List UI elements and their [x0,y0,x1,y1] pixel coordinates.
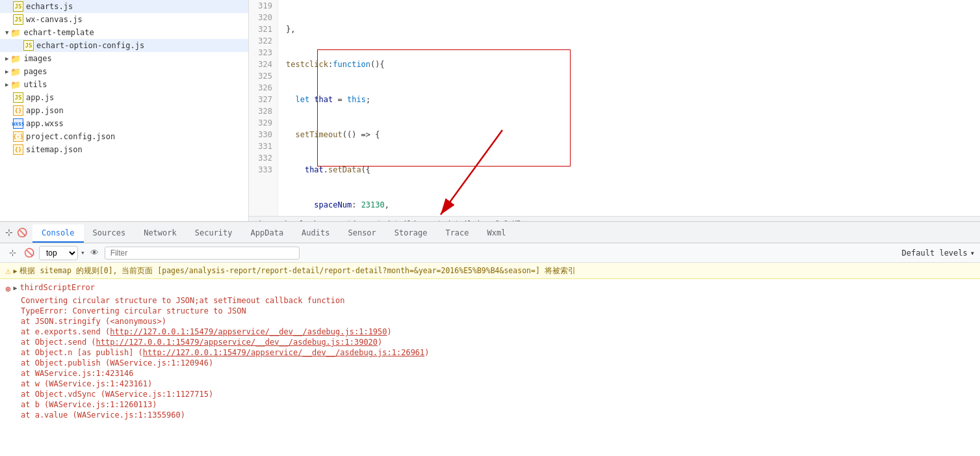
json-icon: {} [13,144,23,155]
code-line-323: that.setData({ [286,164,972,176]
file-label: sitemap.json [26,145,83,154]
folder-arrow: ▶ [5,68,8,75]
chevron-down-icon: ▾ [970,248,975,258]
file-tree-item-images[interactable]: ▶ 📁 images [0,52,248,65]
stack-link-2[interactable]: http://127.0.0.1:15479/appservice/__dev_… [96,338,378,347]
tab-security[interactable]: Security [186,224,242,243]
file-tree-item-app-js[interactable]: JS app.js [0,91,248,104]
stack-line-6: at w (WAService.js:1:423161) [5,379,975,389]
expand-arrow[interactable]: ▶ [13,267,17,275]
code-line-319: }, [286,23,972,35]
error-block: ⊗ ▶ thirdScriptError Converting circular… [0,279,980,425]
tab-icons: ⊹ 🚫 [0,223,32,243]
json-icon: {·} [13,131,23,142]
file-label: images [23,54,51,63]
stack-link-3[interactable]: http://127.0.0.1:15479/appservice/__dev_… [143,348,424,357]
tab-wxml[interactable]: Wxml [478,224,515,243]
error-expand-arrow[interactable]: ▶ [13,284,17,291]
tab-sensor[interactable]: Sensor [339,224,385,243]
file-tree-item-utils[interactable]: ▶ 📁 utils [0,78,248,91]
file-tree-item-wx-canvas[interactable]: JS wx-canvas.js [0,13,248,26]
file-label: wx-canvas.js [26,15,83,24]
file-label: app.json [26,106,64,115]
stack-line-3: at Object.n [as publish] (http://127.0.0… [5,347,975,358]
tab-storage[interactable]: Storage [385,224,437,243]
warning-row: ⚠ ▶ 根据 sitemap 的规则[0], 当前页面 [pages/analy… [0,263,980,279]
folder-icon: 📁 [10,66,21,77]
ban-toolbar-btn[interactable]: 🚫 [22,246,36,260]
error-icon: ⊗ [5,284,10,294]
file-label: project.config.json [26,132,115,141]
console-toolbar: ⊹ 🚫 top ▾ 👁 Default levels ▾ [0,243,980,263]
stack-line-8: at b (WAService.js:1:1260113) [5,399,975,410]
line-numbers: 319 320 321 322 323 324 325 326 327 328 … [249,0,278,221]
file-tree-item-project-config[interactable]: {·} project.config.json [0,130,248,143]
code-editor: 319 320 321 322 323 324 325 326 327 328 … [249,0,980,221]
warning-text: 根据 sitemap 的规则[0], 当前页面 [pages/analysis-… [19,266,575,276]
tab-appdata[interactable]: AppData [242,224,293,243]
tab-audits[interactable]: Audits [292,224,339,243]
stack-line-1: at e.exports.send (http://127.0.0.1:1547… [5,327,975,337]
eye-toolbar-btn[interactable]: 👁 [88,246,102,260]
tab-sources[interactable]: Sources [84,224,135,243]
tab-console[interactable]: Console [32,224,84,243]
code-line-324: spaceNum: 23130, [286,199,972,211]
js-icon: JS [13,1,23,12]
file-label: app.js [26,93,54,102]
console-area: ⚠ ▶ 根据 sitemap 的规则[0], 当前页面 [pages/analy… [0,263,980,456]
error-header: ⊗ ▶ thirdScriptError [5,283,975,294]
code-content[interactable]: }, testclick:function(){ let that = this… [278,0,980,221]
chevron-down-icon: ▾ [81,248,85,257]
folder-arrow: ▼ [5,29,8,36]
stack-line-4: at Object.publish (WAService.js:1:120946… [5,358,975,368]
folder-icon: 📁 [10,27,21,38]
tab-bar: ⊹ 🚫 Console Sources Network Security App… [0,221,980,243]
code-line-321: let that = this; [286,94,972,105]
stack-line-7: at Object.vdSync (WAService.js:1:1127715… [5,389,975,399]
file-label: echart-template [23,28,94,37]
context-select[interactable]: top [39,246,78,260]
error-title: thirdScriptError [19,283,95,292]
file-label: utils [23,80,47,89]
js-icon: JS [23,40,34,51]
filter-input[interactable] [105,247,300,260]
file-tree-item-app-json[interactable]: {} app.json [0,104,248,117]
folder-arrow: ▶ [5,81,8,88]
json-icon: {} [13,105,23,116]
code-line-322: setTimeout(() => { [286,129,972,141]
warning-icon: ⚠ [5,265,10,276]
cursor-toolbar-btn[interactable]: ⊹ [5,246,19,260]
file-label: pages [23,67,47,76]
tab-network[interactable]: Network [135,224,186,243]
file-tree-item-pages[interactable]: ▶ 📁 pages [0,65,248,78]
wxss-icon: wxss [13,118,23,129]
stack-line-5: at WAService.js:1:423146 [5,368,975,379]
ban-icon[interactable]: 🚫 [17,228,27,237]
code-line-320: testclick:function(){ [286,59,972,70]
file-label: app.wxss [26,119,64,128]
file-tree-item-app-wxss[interactable]: wxss app.wxss [0,117,248,130]
stack-line-0: at JSON.stringify (<anonymous>) [5,316,975,327]
code-area: 319 320 321 322 323 324 325 326 327 328 … [249,0,980,221]
folder-icon: 📁 [10,79,21,90]
folder-arrow: ▶ [5,55,8,62]
error-line-0: Converting circular structure to JSON;at… [5,295,975,306]
cursor-icon[interactable]: ⊹ [5,227,13,237]
file-label: echarts.js [26,2,73,11]
stack-line-9: at a.value (WAService.js:1:1355960) [5,410,975,420]
file-tree-item-sitemap[interactable]: {} sitemap.json [0,143,248,156]
stack-link-1[interactable]: http://127.0.0.1:15479/appservice/__dev_… [110,327,387,336]
folder-icon: 📁 [10,53,21,64]
error-line-1: TypeError: Converting circular structure… [5,306,975,316]
default-levels-btn[interactable]: Default levels ▾ [902,248,975,258]
stack-line-2: at Object.send (http://127.0.0.1:15479/a… [5,337,975,347]
file-tree-item-echart-template[interactable]: ▼ 📁 echart-template [0,26,248,39]
js-icon: JS [13,92,23,103]
file-tree: JS echarts.js JS wx-canvas.js ▼ 📁 echart… [0,0,249,221]
js-icon: JS [13,14,23,25]
tab-trace[interactable]: Trace [436,224,478,243]
file-tree-item-echarts-js[interactable]: JS echarts.js [0,0,248,13]
file-tree-item-echart-option[interactable]: JS echart-option-config.js [0,39,248,52]
file-label: echart-option-config.js [36,41,144,50]
